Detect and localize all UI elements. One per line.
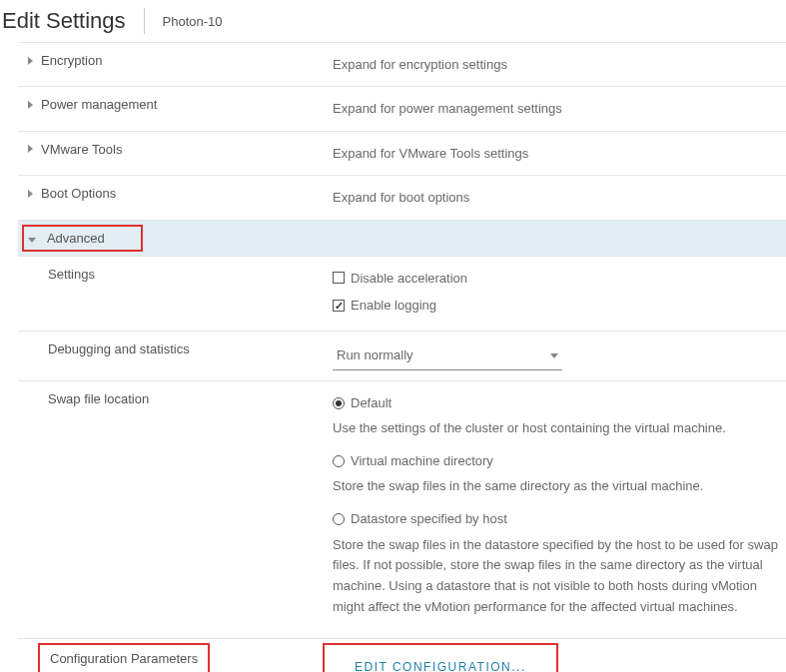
radio-desc: Store the swap files in the same directo… [333,476,778,497]
chevron-right-icon [28,101,33,109]
row-swap-file-location: Swap file location Default Use the setti… [18,380,786,638]
row-encryption[interactable]: Encryption Expand for encryption setting… [18,42,786,86]
row-label: VMware Tools [41,142,122,157]
row-value: Expand for power management settings [333,97,778,120]
chevron-right-icon [28,145,33,153]
checkbox-checked-icon [333,300,345,312]
radio-label: Datastore specified by host [351,507,507,530]
row-advanced[interactable]: Advanced [18,220,786,256]
row-value: Expand for VMware Tools settings [333,142,778,165]
header: Edit Settings Photon-10 [0,0,786,42]
radio-swap-vmdir[interactable]: Virtual machine directory [333,449,778,472]
radio-label: Virtual machine directory [351,449,493,472]
row-label: Power management [41,97,157,112]
row-label: Encryption [41,53,102,68]
checkbox-label: Disable acceleration [351,267,467,290]
chevron-right-icon [28,190,33,198]
checkbox-icon [333,272,345,284]
checkbox-label: Enable logging [351,294,436,317]
radio-swap-default[interactable]: Default [333,391,778,414]
row-debugging: Debugging and statistics Run normally [18,331,786,379]
chevron-down-icon [28,238,36,243]
radio-label: Default [351,391,392,414]
select-value: Run normally [337,343,413,366]
context-name: Photon-10 [145,14,223,29]
row-power-management[interactable]: Power management Expand for power manage… [18,86,786,130]
radio-swap-dshost[interactable]: Datastore specified by host [333,507,778,530]
row-label: Swap file location [18,391,333,406]
highlight-box: Configuration Parameters [38,643,210,672]
checkbox-enable-logging[interactable]: Enable logging [333,294,778,317]
row-label: Configuration Parameters [50,651,198,666]
checkbox-disable-acceleration[interactable]: Disable acceleration [333,267,778,290]
chevron-down-icon [550,353,558,358]
radio-selected-icon [333,397,345,409]
row-label: Boot Options [41,186,116,201]
highlight-box: EDIT CONFIGURATION... [323,643,558,672]
row-configuration-parameters: Configuration Parameters EDIT CONFIGURAT… [18,638,786,672]
row-label: Settings [18,267,333,282]
radio-desc: Use the settings of the cluster or host … [333,418,778,439]
row-label: Advanced [47,231,105,246]
row-value: Expand for encryption settings [333,53,778,76]
page-title: Edit Settings [2,8,145,34]
radio-icon [333,513,345,525]
row-label: Debugging and statistics [18,341,333,356]
row-value: Expand for boot options [333,186,778,209]
settings-panel: Encryption Expand for encryption setting… [18,42,786,672]
radio-desc: Store the swap files in the datastore sp… [333,535,778,618]
debug-select[interactable]: Run normally [333,341,562,369]
edit-configuration-button[interactable]: EDIT CONFIGURATION... [355,660,526,672]
row-boot-options[interactable]: Boot Options Expand for boot options [18,175,786,219]
highlight-box: Advanced [22,225,143,252]
row-vmware-tools[interactable]: VMware Tools Expand for VMware Tools set… [18,131,786,175]
chevron-right-icon [28,57,33,65]
radio-icon [333,455,345,467]
row-settings: Settings Disable acceleration Enable log… [18,256,786,332]
